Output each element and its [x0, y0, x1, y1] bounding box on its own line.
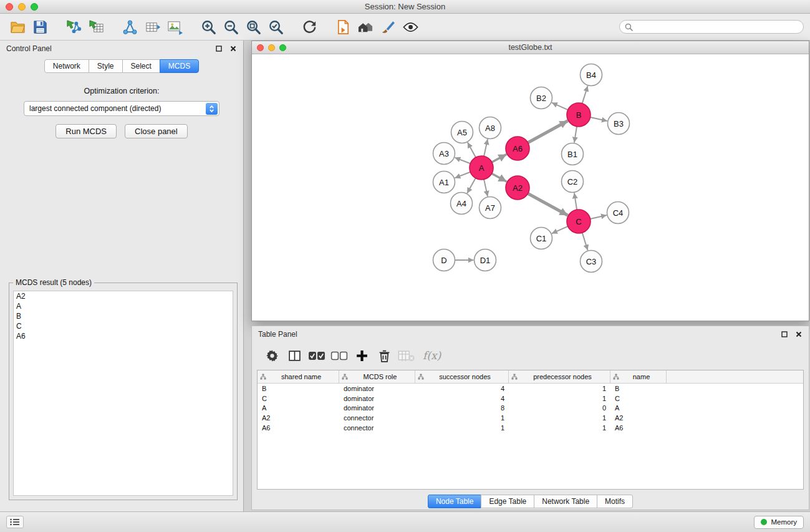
column-browser-icon[interactable] [284, 346, 304, 365]
graph-edge-A-A8[interactable] [484, 139, 488, 156]
zoom-out-icon[interactable] [219, 16, 242, 37]
graph-edge-A-A4[interactable] [467, 178, 476, 193]
graph-node-B1[interactable]: B1 [562, 143, 584, 165]
graph-node-A5[interactable]: A5 [451, 122, 473, 143]
graph-edge-A-A6[interactable] [492, 154, 507, 162]
refresh-icon[interactable] [298, 16, 321, 37]
graph-edge-C-C1[interactable] [552, 226, 568, 234]
graph-edge-B-B3[interactable] [591, 117, 607, 121]
memory-button[interactable]: Memory [754, 516, 804, 529]
delete-row-icon[interactable] [374, 346, 394, 365]
column-header-MCDS-role[interactable]: MCDS role [339, 370, 415, 383]
column-header-name[interactable]: name [610, 370, 667, 383]
minimize-network-icon[interactable] [268, 44, 275, 51]
delete-table-icon[interactable] [397, 346, 417, 365]
graph-edge-B-B4[interactable] [582, 86, 588, 104]
save-session-icon[interactable] [29, 16, 51, 37]
graph-edge-A-A3[interactable] [455, 158, 470, 164]
close-network-icon[interactable] [257, 44, 264, 51]
export-image-icon[interactable] [163, 16, 186, 37]
tab-style[interactable]: Style [89, 59, 123, 73]
graph-node-D1[interactable]: D1 [475, 249, 496, 271]
result-item[interactable]: A6 [14, 331, 233, 341]
graph-edge-A-A2[interactable] [492, 173, 507, 181]
tab-select[interactable]: Select [122, 59, 160, 73]
tab-mcds[interactable]: MCDS [160, 59, 199, 73]
float-panel-button[interactable] [215, 45, 223, 53]
graph-node-C2[interactable]: C2 [562, 171, 584, 193]
mcds-result-list[interactable]: A2ABCA6 [13, 291, 233, 496]
graph-node-C[interactable]: C [567, 210, 591, 233]
graph-node-B2[interactable]: B2 [531, 87, 552, 109]
result-item[interactable]: B [14, 311, 233, 321]
graph-edge-C-C3[interactable] [582, 233, 588, 250]
zoom-in-icon[interactable] [197, 16, 219, 37]
function-builder-icon[interactable]: f(x) [419, 349, 445, 362]
graph-node-B4[interactable]: B4 [581, 64, 602, 86]
tab-network-table[interactable]: Network Table [534, 495, 597, 508]
graph-edge-C-C4[interactable] [591, 215, 607, 219]
open-document-icon[interactable] [332, 16, 354, 37]
tab-motifs[interactable]: Motifs [597, 495, 633, 508]
paint-style-icon[interactable] [377, 16, 399, 37]
maximize-window-icon[interactable] [31, 3, 38, 11]
select-all-icon[interactable] [307, 346, 327, 365]
new-table-icon[interactable] [141, 16, 163, 37]
run-mcds-button[interactable]: Run MCDS [55, 124, 117, 138]
graph-node-B[interactable]: B [567, 103, 591, 127]
graph-node-A6[interactable]: A6 [506, 137, 529, 160]
settings-gear-icon[interactable] [262, 346, 282, 365]
graph-edge-A2-C[interactable] [528, 193, 568, 215]
graph-node-A7[interactable]: A7 [480, 197, 501, 219]
table-row[interactable]: Adominator80A [258, 404, 803, 414]
table-row[interactable]: A2connector11A2 [258, 413, 803, 423]
graph-edge-A-A7[interactable] [484, 180, 488, 196]
graph-node-A2[interactable]: A2 [506, 176, 529, 200]
network-window-titlebar[interactable]: testGlobe.txt [252, 41, 809, 54]
graph-node-C1[interactable]: C1 [531, 228, 552, 249]
network-canvas[interactable]: AA2A6BCA1A3A4A5A7A8B1B2B3B4C1C2C3C4DD1 [252, 54, 809, 321]
graph-edge-B-B1[interactable] [574, 127, 577, 143]
result-item[interactable]: C [14, 321, 233, 331]
close-panel-x-button[interactable] [229, 45, 237, 53]
tab-network[interactable]: Network [44, 59, 89, 73]
graph-node-A3[interactable]: A3 [433, 143, 455, 165]
graph-edge-C-C2[interactable] [574, 193, 577, 210]
float-table-panel-button[interactable] [780, 331, 788, 339]
open-session-icon[interactable] [6, 16, 29, 37]
graph-node-D[interactable]: D [433, 249, 455, 271]
import-network-icon[interactable] [62, 16, 85, 37]
minimize-window-icon[interactable] [18, 3, 26, 11]
graph-node-A8[interactable]: A8 [480, 117, 501, 139]
import-table-icon[interactable] [85, 16, 107, 37]
home-icon[interactable] [354, 16, 377, 37]
graph-edge-A6-B[interactable] [528, 121, 568, 143]
table-row[interactable]: Bdominator41B [258, 384, 803, 394]
maximize-network-icon[interactable] [279, 44, 286, 51]
search-input[interactable] [636, 22, 798, 31]
zoom-selected-icon[interactable] [264, 16, 287, 37]
graph-edge-B-B2[interactable] [552, 103, 568, 110]
column-header-predecessor-nodes[interactable]: predecessor nodes [509, 370, 610, 383]
show-hide-icon[interactable] [399, 16, 422, 37]
deselect-all-icon[interactable] [329, 346, 349, 365]
graph-node-C3[interactable]: C3 [581, 251, 602, 273]
column-header-shared-name[interactable]: shared name [258, 370, 339, 383]
graph-node-C4[interactable]: C4 [607, 202, 629, 224]
graph-node-A1[interactable]: A1 [433, 172, 455, 193]
graph-edge-A-A5[interactable] [468, 142, 476, 157]
window-titlebar[interactable]: Session: New Session [0, 0, 810, 14]
tab-edge-table[interactable]: Edge Table [481, 495, 534, 508]
table-row[interactable]: Cdominator41C [258, 394, 803, 404]
graph-node-B3[interactable]: B3 [608, 113, 630, 135]
optimization-dropdown[interactable]: largest connected component (directed) [24, 101, 219, 116]
result-item[interactable]: A [14, 301, 233, 311]
zoom-fit-icon[interactable] [242, 16, 264, 37]
close-panel-button[interactable]: Close panel [125, 124, 188, 138]
task-history-button[interactable] [6, 516, 24, 528]
close-table-panel-button[interactable] [794, 331, 803, 339]
graph-node-A[interactable]: A [470, 156, 493, 180]
search-box[interactable] [619, 20, 804, 34]
table-row[interactable]: A6connector11A6 [258, 423, 803, 433]
graph-edge-A-A1[interactable] [455, 172, 470, 178]
